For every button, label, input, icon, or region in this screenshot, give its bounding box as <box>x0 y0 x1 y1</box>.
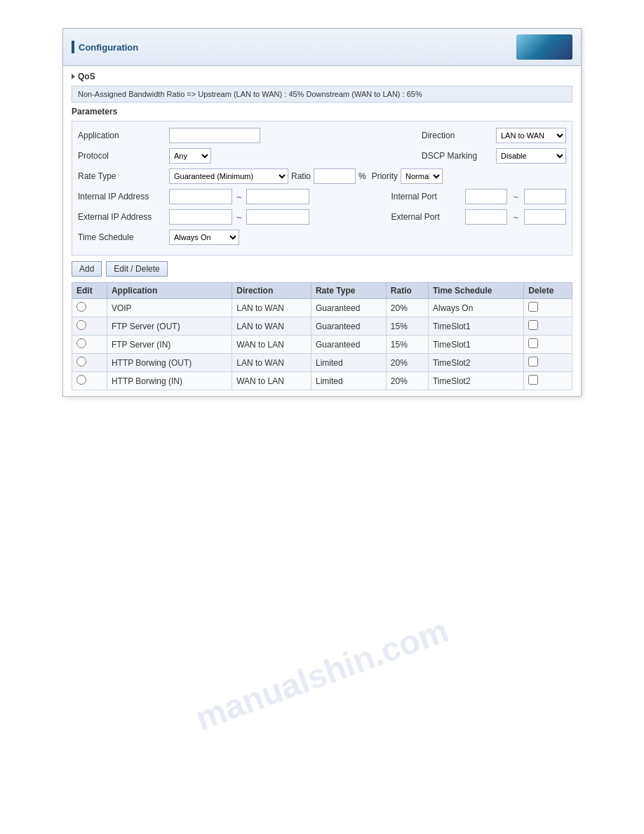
page-title: Configuration <box>79 42 138 53</box>
add-button[interactable]: Add <box>72 261 102 277</box>
tilde-1: ~ <box>236 192 242 202</box>
time-schedule-label: Time Schedule <box>78 232 169 242</box>
dscp-label: DSCP Marking <box>422 151 492 161</box>
priority-select[interactable]: Normal High Low <box>401 168 443 184</box>
time-schedule-select[interactable]: Always On TimeSlot1 TimeSlot2 <box>169 230 239 245</box>
row-rate-type-4: Limited <box>311 372 386 390</box>
priority-label-text: Priority <box>372 171 398 181</box>
row-rate-type-2: Guaranteed <box>311 336 386 354</box>
row-time-schedule-2: TimeSlot1 <box>428 336 523 354</box>
row-direction-4: WAN to LAN <box>232 372 311 390</box>
external-ip-label: External IP Address <box>78 212 169 222</box>
ratio-input[interactable] <box>314 168 356 184</box>
collapse-icon <box>72 74 75 79</box>
dscp-select[interactable]: Disable Enable <box>496 148 566 164</box>
tilde-3: ~ <box>236 212 242 223</box>
qos-label: QoS <box>78 72 95 81</box>
row-application-2: FTP Server (IN) <box>107 336 232 354</box>
row-delete-4[interactable] <box>524 372 572 390</box>
col-direction: Direction <box>232 283 311 299</box>
row-application-1: FTP Server (OUT) <box>107 317 232 336</box>
direction-group: Direction LAN to WAN WAN to LAN <box>422 128 566 143</box>
rate-type-control: Guaranteed (Minimum) Limited (Maximum) R… <box>169 168 566 184</box>
row-edit-4[interactable] <box>72 372 107 390</box>
row-application-3: HTTP Borwing (OUT) <box>107 354 232 372</box>
row-delete-3[interactable] <box>524 354 572 372</box>
table-row: VOIP LAN to WAN Guaranteed 20% Always On <box>72 299 572 317</box>
form-grid: Application Direction LAN to WAN WAN to … <box>72 121 572 256</box>
tilde-2: ~ <box>513 192 518 202</box>
external-port-group: External Port ~ <box>391 209 566 225</box>
row-ratio-4: 20% <box>386 372 428 390</box>
row-delete-0[interactable] <box>524 299 572 317</box>
section-title: QoS <box>72 72 572 81</box>
internal-port-to[interactable] <box>524 189 566 204</box>
application-control <box>169 128 408 143</box>
external-ip-control: ~ <box>169 209 377 225</box>
edit-delete-button[interactable]: Edit / Delete <box>106 261 167 277</box>
table-header-row: Edit Application Direction Rate Type Rat… <box>72 283 572 299</box>
rate-type-select[interactable]: Guaranteed (Minimum) Limited (Maximum) <box>169 168 288 184</box>
col-time-schedule: Time Schedule <box>428 283 523 299</box>
direction-select[interactable]: LAN to WAN WAN to LAN <box>496 128 566 143</box>
protocol-control: Any TCP UDP <box>169 148 408 164</box>
row-ratio-0: 20% <box>386 299 428 317</box>
row-rate-type-0: Guaranteed <box>311 299 386 317</box>
external-ip-from[interactable] <box>169 209 232 225</box>
protocol-row: Protocol Any TCP UDP DSCP Marking Disabl… <box>78 147 566 164</box>
internal-port-from[interactable] <box>465 189 507 204</box>
row-ratio-2: 15% <box>386 336 428 354</box>
internal-ip-from[interactable] <box>169 189 232 204</box>
row-time-schedule-0: Always On <box>428 299 523 317</box>
row-application-0: VOIP <box>107 299 232 317</box>
row-edit-3[interactable] <box>72 354 107 372</box>
dscp-group: DSCP Marking Disable Enable <box>422 148 566 164</box>
internal-port-label: Internal Port <box>391 192 461 201</box>
time-schedule-row: Time Schedule Always On TimeSlot1 TimeSl… <box>78 229 566 246</box>
qos-section: QoS Non-Assigned Bandwidth Ratio => Upst… <box>63 66 581 396</box>
time-schedule-control: Always On TimeSlot1 TimeSlot2 <box>169 230 566 245</box>
rate-type-label: Rate Type <box>78 171 169 181</box>
col-delete: Delete <box>524 283 572 299</box>
rate-type-row: Rate Type Guaranteed (Minimum) Limited (… <box>78 168 566 185</box>
protocol-label: Protocol <box>78 151 169 161</box>
application-input[interactable] <box>169 128 260 143</box>
table-row: HTTP Borwing (IN) WAN to LAN Limited 20%… <box>72 372 572 390</box>
bandwidth-text: Non-Assigned Bandwidth Ratio => Upstream… <box>78 90 422 98</box>
external-port-to[interactable] <box>524 209 566 225</box>
ratio-label: Ratio <box>291 171 311 181</box>
external-port-from[interactable] <box>465 209 507 225</box>
row-rate-type-1: Guaranteed <box>311 317 386 336</box>
row-edit-0[interactable] <box>72 299 107 317</box>
row-rate-type-3: Limited <box>311 354 386 372</box>
col-edit: Edit <box>72 283 107 299</box>
external-ip-to[interactable] <box>246 209 309 225</box>
row-edit-2[interactable] <box>72 336 107 354</box>
qos-table: Edit Application Direction Rate Type Rat… <box>72 282 572 390</box>
application-row: Application Direction LAN to WAN WAN to … <box>78 127 566 144</box>
bandwidth-info: Non-Assigned Bandwidth Ratio => Upstream… <box>72 86 572 102</box>
internal-ip-control: ~ <box>169 189 377 204</box>
row-direction-2: WAN to LAN <box>232 336 311 354</box>
row-application-4: HTTP Borwing (IN) <box>107 372 232 390</box>
row-time-schedule-4: TimeSlot2 <box>428 372 523 390</box>
internal-ip-row: Internal IP Address ~ Internal Port ~ <box>78 188 566 205</box>
direction-label: Direction <box>422 131 492 140</box>
row-time-schedule-3: TimeSlot2 <box>428 354 523 372</box>
percent-sign: % <box>358 171 366 181</box>
col-application: Application <box>107 283 232 299</box>
row-delete-2[interactable] <box>524 336 572 354</box>
row-edit-1[interactable] <box>72 317 107 336</box>
internal-ip-to[interactable] <box>246 189 309 204</box>
internal-port-group: Internal Port ~ <box>391 189 566 204</box>
application-label: Application <box>78 131 169 140</box>
row-ratio-3: 20% <box>386 354 428 372</box>
row-time-schedule-1: TimeSlot1 <box>428 317 523 336</box>
row-delete-1[interactable] <box>524 317 572 336</box>
params-label: Parameters <box>72 107 572 117</box>
row-direction-3: LAN to WAN <box>232 354 311 372</box>
internal-ip-label: Internal IP Address <box>78 192 169 201</box>
external-port-label: External Port <box>391 212 461 222</box>
row-direction-0: LAN to WAN <box>232 299 311 317</box>
protocol-select[interactable]: Any TCP UDP <box>169 148 211 164</box>
